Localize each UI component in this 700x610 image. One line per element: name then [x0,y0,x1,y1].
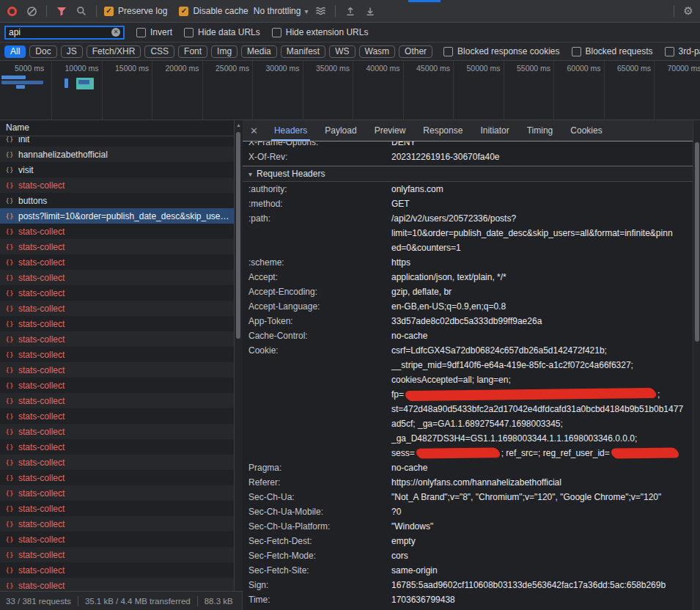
request-row[interactable]: {}stats-collect [0,270,234,285]
checkbox-hide-data-urls[interactable]: Hide data URLs [184,27,260,37]
request-row[interactable]: {}stats-collect [0,470,234,485]
scrollbar-thumb[interactable] [695,142,699,342]
header-value-line: limit=10&order=publish_date_desc&skip_us… [391,226,685,240]
header-value: gzip, deflate, br [391,284,685,299]
checkbox-invert-box[interactable] [136,28,146,37]
filter-chip-js[interactable]: JS [61,45,83,58]
request-row[interactable]: {}stats-collect [0,285,234,301]
request-row[interactable]: {}stats-collect [0,331,234,347]
request-row[interactable]: {}stats-collect [0,177,234,193]
checkbox-blocked-requests-box[interactable] [572,47,581,56]
filter-chip-ws[interactable]: WS [329,45,355,58]
timeline-gridline [453,61,454,120]
request-row[interactable]: {}stats-collect [0,516,234,532]
export-har-button[interactable] [363,4,377,18]
request-row[interactable]: {}stats-collect [0,562,234,578]
tab-response[interactable]: Response [414,120,471,141]
checkbox-hide-extension-urls[interactable]: Hide extension URLs [272,27,369,37]
request-row[interactable]: {}init [0,136,234,147]
request-row[interactable]: {}stats-collect [0,254,234,270]
request-row[interactable]: {}stats-collect [0,532,234,547]
close-icon[interactable]: ✕ [246,125,265,136]
checkbox-disable-cache-box[interactable]: ✓ [179,7,188,16]
header-row: X-Frame-Options:DENY [243,142,693,150]
request-row[interactable]: {}stats-collect [0,378,234,393]
tab-preview[interactable]: Preview [366,120,415,141]
request-headers-section-header[interactable]: ▾Request Headers [243,166,693,182]
checkbox-blocked-response-cookies[interactable]: Blocked response cookies [443,46,559,56]
request-type-icon: {} [4,412,15,420]
request-row[interactable]: {}stats-collect [0,547,234,562]
checkbox-blocked-requests[interactable]: Blocked requests [572,46,653,56]
checkbox-3rd-party-requests-label: 3rd-party requests [679,46,700,56]
filter-input[interactable] [9,27,108,37]
tab-headers[interactable]: Headers [265,120,316,141]
filter-chip-css[interactable]: CSS [144,45,174,58]
checkbox-invert[interactable]: Invert [136,27,172,37]
request-row[interactable]: {}stats-collect [0,485,234,501]
filter-chip-wasm[interactable]: Wasm [359,45,396,58]
request-row[interactable]: {}buttons [0,193,234,208]
request-row[interactable]: {}stats-collect [0,408,234,424]
checkbox-disable-cache[interactable]: ✓Disable cache [179,6,248,16]
filter-funnel-icon [56,7,67,16]
details-scrollbar[interactable] [693,120,700,610]
checkbox-preserve-log[interactable]: ✓Preserve log [104,6,167,16]
timeline-gridline [553,61,554,120]
filter-chip-doc[interactable]: Doc [29,45,56,58]
timeline-gridline [303,61,303,120]
filter-chip-fetch-xhr[interactable]: Fetch/XHR [86,45,141,58]
checkbox-3rd-party-requests-box[interactable] [665,47,674,56]
tab-cookies[interactable]: Cookies [561,120,611,141]
request-row[interactable]: {}visit [0,162,234,177]
name-column-header[interactable]: Name [0,120,234,136]
waterfall-bar [1,81,43,84]
network-toolbar: ✓Preserve log✓Disable cache No throttlin… [0,0,700,23]
header-row: Accept-Language:en-GB,en-US;q=0.9,en;q=0… [243,299,693,314]
filter-chip-media[interactable]: Media [241,45,277,58]
filter-toggle-button[interactable] [54,4,69,18]
checkbox-preserve-log-box[interactable]: ✓ [104,7,114,16]
checkbox-3rd-party-requests[interactable]: 3rd-party requests [665,46,700,56]
request-row[interactable]: {}stats-collect [0,362,234,378]
tab-payload[interactable]: Payload [316,120,365,141]
request-row[interactable]: {}stats-collect [0,439,234,455]
request-row[interactable]: {}stats-collect [0,424,234,439]
search-button[interactable] [74,4,89,18]
scroll-up-icon[interactable]: ▲ [235,122,243,128]
request-row[interactable]: {}stats-collect [0,501,234,516]
settings-button[interactable]: ⚙ [681,4,696,18]
scrollbar-thumb[interactable] [236,132,240,339]
filter-chip-all[interactable]: All [4,45,26,58]
request-row[interactable]: {}posts?limit=10&order=publish_date_desc… [0,208,234,224]
timeline-gridline [654,61,655,120]
request-row[interactable]: {}stats-collect [0,224,234,239]
tab-timing[interactable]: Timing [518,120,562,141]
header-row: App-Token:33d57ade8c02dbc5a333db99ff9ae2… [243,314,693,328]
filter-chip-other[interactable]: Other [399,45,432,58]
throttling-select[interactable]: No throttling ▾ [254,6,309,16]
filter-chip-font[interactable]: Font [178,45,207,58]
checkbox-hide-data-urls-box[interactable] [184,28,194,37]
checkbox-hide-extension-urls-box[interactable] [272,28,281,37]
checkbox-blocked-response-cookies-box[interactable] [443,47,453,56]
request-row[interactable]: {}stats-collect [0,393,234,408]
clear-filter-icon[interactable]: ✕ [111,28,120,37]
request-row[interactable]: {}stats-collect [0,301,234,316]
request-list-scrollbar[interactable]: ▲ [235,120,243,591]
network-conditions-button[interactable] [313,4,328,18]
request-row[interactable]: {}stats-collect [0,239,234,254]
request-row[interactable]: {}stats-collect [0,347,234,362]
request-type-icon: {} [4,566,15,574]
filter-chip-manifest[interactable]: Manifest [281,45,325,58]
filter-chip-img[interactable]: Img [211,45,237,58]
tab-initiator[interactable]: Initiator [471,120,517,141]
request-row[interactable]: {}hannahelizabethofficial [0,147,234,162]
record-button[interactable] [4,4,19,18]
request-row[interactable]: {}stats-collect [0,578,234,591]
import-har-button[interactable] [343,4,358,18]
clear-button[interactable] [24,4,39,18]
waterfall-overview[interactable]: 5000 ms10000 ms15000 ms20000 ms25000 ms3… [0,61,700,120]
request-row[interactable]: {}stats-collect [0,455,234,470]
request-row[interactable]: {}stats-collect [0,316,234,331]
